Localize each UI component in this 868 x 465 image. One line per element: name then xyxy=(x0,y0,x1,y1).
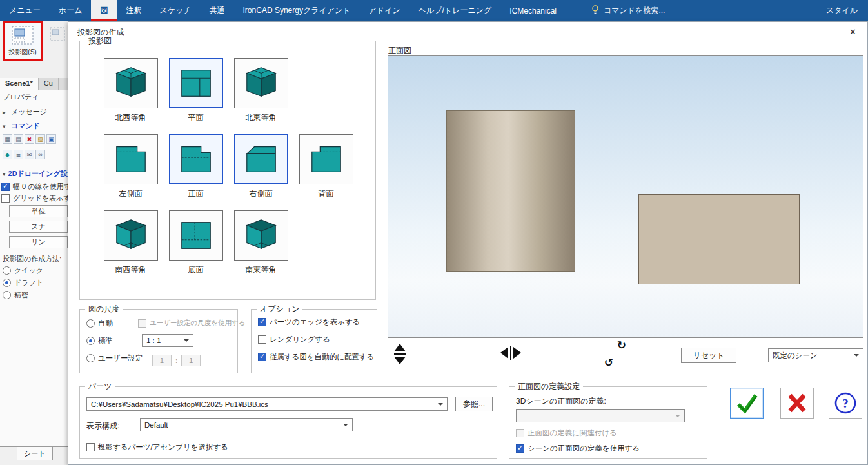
close-icon[interactable]: ✕ xyxy=(846,26,860,38)
arrow-down-icon xyxy=(394,357,406,364)
use-scene-def-checkbox[interactable] xyxy=(516,444,524,453)
grid-table-icon[interactable]: ▦ xyxy=(3,134,12,144)
scale-user-row: ユーザー設定 xyxy=(86,353,143,363)
link-field[interactable]: リン xyxy=(9,236,68,248)
ok-button[interactable] xyxy=(730,388,764,419)
menu-item-common[interactable]: 共通 xyxy=(201,0,234,21)
projection-view-button[interactable]: 投影図(S) xyxy=(5,23,41,59)
cancel-button[interactable] xyxy=(780,388,814,419)
user-scale-fields: 1 : 1 xyxy=(152,355,201,366)
menu-item-style[interactable]: スタイル xyxy=(816,0,868,21)
view-option-iso-nw: 北西等角 xyxy=(98,58,163,134)
associate-def-row: 正面図の定義に関連付ける xyxy=(516,428,617,438)
view-thumb-top[interactable] xyxy=(169,58,223,108)
menu-item-help-training[interactable]: ヘルプ/トレーニング xyxy=(409,0,501,21)
display-config-select[interactable]: Default xyxy=(140,418,353,431)
tree-item-command[interactable]: ▾ コマンド xyxy=(0,121,68,131)
snap-button[interactable]: スナ xyxy=(9,221,68,233)
method-precise-radio[interactable] xyxy=(3,291,11,299)
scale-user-radio[interactable] xyxy=(86,354,95,362)
tree-item-2d-drawing-settings[interactable]: ▾ 2Dドローイング設定 xyxy=(0,169,68,179)
view-thumb-iso-se[interactable] xyxy=(234,210,288,261)
show-edges-row: パーツのエッジを表示する xyxy=(258,317,360,327)
zero-width-lines-checkbox[interactable] xyxy=(1,183,10,191)
folder-icon[interactable]: ▨ xyxy=(35,134,45,144)
menu-item-synergy-client[interactable]: IronCAD Synergyクライアント xyxy=(234,0,360,21)
sheet-tab[interactable]: シート xyxy=(17,447,53,460)
menu-item-menu[interactable]: メニュー xyxy=(0,0,50,21)
scale-auto-radio[interactable] xyxy=(86,319,95,328)
select-parts-checkbox[interactable] xyxy=(86,443,95,451)
list-icon[interactable]: ≣ xyxy=(14,150,23,159)
menu-item-addin[interactable]: アドイン xyxy=(360,0,409,21)
question-icon: ? xyxy=(833,390,858,416)
envelope-icon[interactable]: ✉ xyxy=(25,150,34,159)
view-option-back: 背面 xyxy=(293,134,359,210)
preview-viewport[interactable] xyxy=(388,55,863,338)
cross-icon xyxy=(785,391,809,415)
flip-horizontal-control[interactable] xyxy=(498,344,524,361)
part-file-select[interactable]: C:¥Users¥Sadamatsu¥Desktop¥IC2025 Pu1¥BB… xyxy=(86,397,448,411)
lightbulb-icon xyxy=(591,5,599,17)
ribbon-button-partial[interactable] xyxy=(46,23,68,59)
menu-item-home[interactable]: ホーム xyxy=(50,0,92,21)
link-icon[interactable]: ∞ xyxy=(35,150,45,159)
flip-vertical-control[interactable] xyxy=(390,341,409,367)
help-button[interactable]: ? xyxy=(829,388,862,419)
view-thumb-left[interactable] xyxy=(104,134,158,184)
menu-item-annotation[interactable]: 注釈 xyxy=(117,0,150,21)
use-user-scale-checkbox xyxy=(138,319,146,328)
check-icon xyxy=(733,390,760,416)
delete-icon[interactable]: ✖ xyxy=(25,134,34,144)
rotate-control[interactable]: ↻ ↺ xyxy=(604,340,626,368)
command-search[interactable]: コマンドを検索... xyxy=(584,0,673,21)
display-config-label: 表示構成: xyxy=(86,420,119,431)
render-checkbox[interactable] xyxy=(258,335,266,344)
view-thumb-iso-ne[interactable] xyxy=(234,58,288,108)
show-grid-checkbox[interactable] xyxy=(1,194,10,203)
auto-place-checkbox[interactable] xyxy=(258,353,266,361)
tab-cu[interactable]: Cu xyxy=(39,78,59,90)
view-thumb-right[interactable] xyxy=(234,134,288,184)
menu-item-icmechanical[interactable]: ICMechanical xyxy=(500,0,566,21)
part-cube-icon[interactable]: ◆ xyxy=(3,150,12,159)
method-draft-radio[interactable] xyxy=(3,279,11,287)
rotate-ccw-icon[interactable]: ↺ xyxy=(604,356,613,370)
render-row: レンダリングする xyxy=(258,335,330,344)
browse-button[interactable]: 参照... xyxy=(455,397,493,411)
view-thumb-iso-nw[interactable] xyxy=(104,58,158,108)
zero-width-lines-row: 幅 0 の線を使用する xyxy=(0,182,68,192)
menubar: メニュー ホーム 図 注釈 スケッチ 共通 IronCAD Synergyクライ… xyxy=(0,0,868,21)
show-edges-checkbox[interactable] xyxy=(258,318,266,326)
workspace: 投影図(S) Scene1* Cu プロパティ ▸ メッセージ xyxy=(0,21,868,465)
command-toolbar-row2: ◆ ≣ ✉ ∞ xyxy=(0,150,68,159)
user-scale-right-input: 1 xyxy=(181,355,201,366)
document-icon[interactable]: ▣ xyxy=(46,134,56,144)
properties-header: プロパティ xyxy=(0,92,68,102)
left-panel: 投影図(S) Scene1* Cu プロパティ ▸ メッセージ xyxy=(0,21,68,465)
scene-select[interactable]: 既定のシーン xyxy=(768,348,863,362)
units-button[interactable]: 単位 xyxy=(9,205,68,217)
view-option-left: 左側面 xyxy=(98,134,163,210)
associate-def-checkbox xyxy=(516,429,524,437)
tree-item-message[interactable]: ▸ メッセージ xyxy=(0,107,68,117)
property-panel: プロパティ ▸ メッセージ ▾ コマンド ▦ ▤ ✖ ▨ ▣ xyxy=(0,90,68,447)
scale-standard-radio[interactable] xyxy=(86,337,95,345)
note-icon[interactable]: ▤ xyxy=(14,134,23,144)
method-precise-row: 精密 xyxy=(0,290,68,300)
arrow-right-icon xyxy=(513,347,521,359)
tab-scene1[interactable]: Scene1* xyxy=(0,78,39,90)
front-def-label-row: 3Dシーンの正面図の定義: xyxy=(516,396,606,407)
view-thumb-back[interactable] xyxy=(299,134,353,184)
reset-button[interactable]: リセット xyxy=(681,348,736,363)
plate-part-preview xyxy=(638,194,800,284)
standard-scale-select[interactable]: 1 : 1 xyxy=(142,334,193,347)
view-thumb-front[interactable] xyxy=(169,134,223,184)
menu-item-drawing[interactable]: 図 xyxy=(91,0,117,21)
view-thumb-bottom[interactable] xyxy=(169,210,223,261)
menu-item-sketch[interactable]: スケッチ xyxy=(150,0,200,21)
method-quick-radio[interactable] xyxy=(3,266,11,275)
rotate-cw-icon[interactable]: ↻ xyxy=(617,339,626,352)
view-option-right: 右側面 xyxy=(228,134,293,210)
view-thumb-iso-sw[interactable] xyxy=(104,210,158,261)
